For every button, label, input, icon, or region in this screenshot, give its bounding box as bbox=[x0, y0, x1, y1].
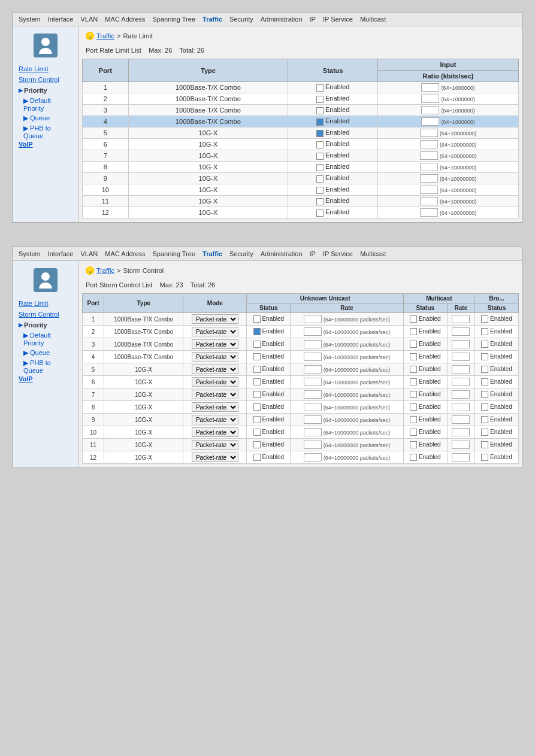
sidebar2-priority-section[interactable]: ▶ Priority bbox=[13, 320, 78, 330]
sc-table-row[interactable]: Enabled bbox=[403, 313, 447, 326]
breadcrumb2-traffic[interactable]: Traffic bbox=[96, 267, 114, 274]
table-row[interactable]: Enabled bbox=[288, 82, 378, 93]
table-row[interactable]: Enabled bbox=[288, 127, 378, 139]
sc-table-row[interactable]: Enabled bbox=[247, 401, 291, 414]
sc-table-row[interactable]: Enabled bbox=[474, 313, 518, 326]
b-checkbox[interactable] bbox=[481, 441, 488, 448]
sc-table-row[interactable]: Enabled bbox=[403, 338, 447, 351]
sidebar2-voip[interactable]: VoIP bbox=[13, 374, 39, 384]
mode-select[interactable]: Packet-rate Kbits-rate bbox=[192, 352, 238, 362]
u-rate-input[interactable] bbox=[304, 403, 322, 411]
u-rate-input[interactable] bbox=[304, 365, 322, 374]
b-checkbox[interactable] bbox=[481, 403, 488, 411]
m-rate-input[interactable] bbox=[452, 415, 470, 424]
b-checkbox[interactable] bbox=[481, 429, 488, 436]
nav2-admin[interactable]: Administration bbox=[258, 249, 305, 259]
u-checkbox[interactable] bbox=[253, 441, 261, 448]
u-checkbox[interactable] bbox=[253, 454, 261, 461]
rate-input[interactable] bbox=[420, 163, 438, 171]
sc-table-row[interactable]: Enabled bbox=[474, 351, 518, 363]
table-row[interactable]: Enabled bbox=[288, 207, 378, 218]
sc-table-row[interactable]: Enabled bbox=[474, 376, 518, 388]
u-rate-input[interactable] bbox=[304, 390, 322, 399]
rate-input[interactable] bbox=[421, 106, 439, 114]
sidebar2-storm-control[interactable]: Storm Control bbox=[13, 309, 78, 320]
u-checkbox[interactable] bbox=[253, 328, 261, 335]
m-checkbox[interactable] bbox=[410, 441, 417, 448]
mode-select[interactable]: Packet-rate Kbits-rate bbox=[192, 415, 238, 424]
sc-table-row[interactable]: Enabled bbox=[247, 376, 291, 388]
u-checkbox[interactable] bbox=[253, 403, 261, 411]
nav2-multicast[interactable]: Multicast bbox=[358, 249, 388, 259]
sc-table-row[interactable]: Enabled bbox=[403, 401, 447, 414]
enabled-checkbox[interactable] bbox=[316, 153, 324, 160]
mode-select[interactable]: Packet-rate Kbits-rate bbox=[192, 390, 238, 399]
b-checkbox[interactable] bbox=[481, 391, 488, 398]
sc-table-row[interactable]: Enabled bbox=[247, 313, 291, 326]
sc-table-row[interactable]: Enabled bbox=[247, 363, 291, 376]
m-rate-input[interactable] bbox=[452, 441, 470, 449]
sidebar2-phb-queue[interactable]: ▶ PHB to Queue bbox=[13, 358, 78, 375]
sc-table-row[interactable]: Enabled bbox=[403, 414, 447, 426]
sc-table-row[interactable]: Enabled bbox=[474, 326, 518, 338]
u-checkbox[interactable] bbox=[253, 378, 261, 385]
sc-table-row[interactable]: Enabled bbox=[247, 338, 291, 351]
nav-ip-service[interactable]: IP Service bbox=[321, 14, 355, 24]
enabled-checkbox[interactable] bbox=[316, 107, 324, 114]
sc-table-row[interactable]: Enabled bbox=[247, 326, 291, 338]
enabled-checkbox[interactable] bbox=[316, 141, 324, 148]
nav-spanning[interactable]: Spanning Tree bbox=[150, 14, 198, 24]
sc-table-row[interactable]: Enabled bbox=[403, 426, 447, 439]
enabled-checkbox[interactable] bbox=[316, 96, 324, 103]
sidebar2-queue[interactable]: ▶ Queue bbox=[13, 348, 78, 358]
mode-select[interactable]: Packet-rate Kbits-rate bbox=[192, 440, 238, 450]
nav-system[interactable]: System bbox=[16, 14, 43, 24]
mode-select[interactable]: Packet-rate Kbits-rate bbox=[192, 402, 238, 412]
m-rate-input[interactable] bbox=[452, 353, 470, 361]
table-row[interactable]: Enabled bbox=[288, 184, 378, 196]
sc-table-row[interactable]: Enabled bbox=[403, 439, 447, 451]
enabled-checkbox[interactable] bbox=[316, 198, 324, 205]
m-rate-input[interactable] bbox=[452, 390, 470, 399]
mode-select[interactable]: Packet-rate Kbits-rate bbox=[192, 365, 238, 374]
m-rate-input[interactable] bbox=[452, 378, 470, 386]
b-checkbox[interactable] bbox=[481, 328, 488, 335]
mode-select[interactable]: Packet-rate Kbits-rate bbox=[192, 453, 238, 462]
enabled-checkbox[interactable] bbox=[316, 119, 324, 126]
sc-table-row[interactable]: Enabled bbox=[247, 351, 291, 363]
table-row[interactable]: Enabled bbox=[288, 196, 378, 207]
sc-table-row[interactable]: Enabled bbox=[403, 326, 447, 338]
u-rate-input[interactable] bbox=[304, 340, 322, 348]
sc-table-row[interactable]: Enabled bbox=[474, 414, 518, 426]
m-checkbox[interactable] bbox=[410, 391, 417, 398]
sidebar-voip[interactable]: VoIP bbox=[13, 139, 39, 150]
sc-table-row[interactable]: Enabled bbox=[403, 376, 447, 388]
nav2-spanning[interactable]: Spanning Tree bbox=[150, 249, 198, 259]
sc-table-row[interactable]: Enabled bbox=[403, 388, 447, 401]
m-checkbox[interactable] bbox=[410, 328, 417, 335]
m-checkbox[interactable] bbox=[410, 366, 417, 373]
mode-select[interactable]: Packet-rate Kbits-rate bbox=[192, 427, 238, 437]
b-checkbox[interactable] bbox=[481, 378, 488, 385]
mode-select[interactable]: Packet-rate Kbits-rate bbox=[192, 314, 238, 324]
enabled-checkbox[interactable] bbox=[316, 164, 324, 171]
m-rate-input[interactable] bbox=[452, 428, 470, 436]
b-checkbox[interactable] bbox=[481, 341, 488, 348]
rate-input[interactable] bbox=[421, 83, 439, 92]
nav2-ip[interactable]: IP bbox=[307, 249, 318, 259]
table-row[interactable]: Enabled bbox=[288, 139, 378, 150]
u-rate-input[interactable] bbox=[304, 441, 322, 449]
rate-input[interactable] bbox=[420, 151, 438, 160]
mode-select[interactable]: Packet-rate Kbits-rate bbox=[192, 327, 238, 336]
enabled-checkbox[interactable] bbox=[316, 130, 324, 137]
m-checkbox[interactable] bbox=[410, 353, 417, 360]
sc-table-row[interactable]: Enabled bbox=[474, 439, 518, 451]
u-checkbox[interactable] bbox=[253, 416, 261, 423]
sidebar2-rate-limit[interactable]: Rate Limit bbox=[13, 298, 78, 309]
m-checkbox[interactable] bbox=[410, 429, 417, 436]
u-rate-input[interactable] bbox=[304, 453, 322, 462]
sc-table-row[interactable]: Enabled bbox=[247, 451, 291, 464]
sc-table-row[interactable]: Enabled bbox=[247, 414, 291, 426]
b-checkbox[interactable] bbox=[481, 353, 488, 360]
sidebar-priority-section[interactable]: ▶ Priority bbox=[13, 85, 78, 96]
